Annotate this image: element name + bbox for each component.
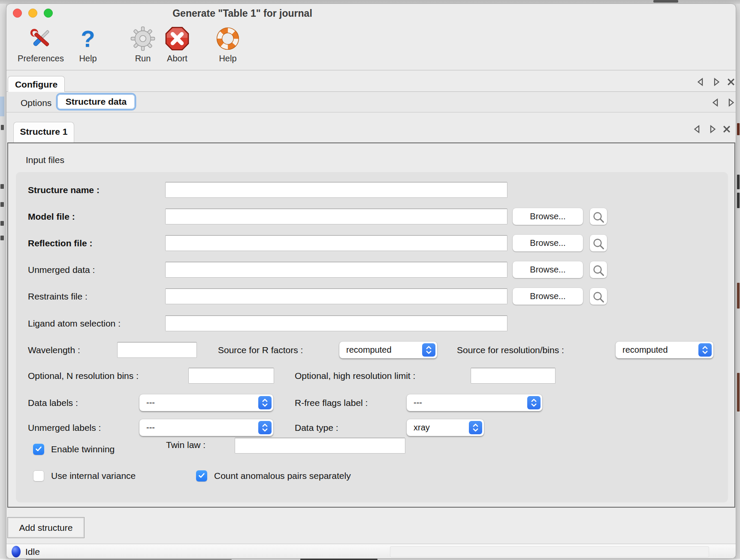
structure-tab-close-button[interactable] bbox=[721, 124, 732, 134]
question-mark-icon: ? bbox=[76, 26, 100, 51]
updown-chevron-icon bbox=[258, 421, 272, 434]
background-window-fragment bbox=[737, 283, 740, 309]
help2-label: Help bbox=[210, 54, 246, 64]
tab-structure-1[interactable]: Structure 1 bbox=[13, 122, 74, 142]
source-resolution-bins-dropdown[interactable]: recomputed bbox=[616, 342, 713, 358]
tab-close-button[interactable] bbox=[725, 77, 736, 87]
run-button[interactable]: Run bbox=[127, 26, 159, 64]
background-window-fragment bbox=[737, 373, 740, 412]
restraints-file-label: Restraints file : bbox=[28, 291, 88, 302]
unmerged-labels-dropdown[interactable]: --- bbox=[139, 419, 273, 436]
title-bar: Generate "Table 1" for journal bbox=[6, 4, 736, 23]
background-window-fragment bbox=[0, 236, 4, 240]
source-r-factors-dropdown[interactable]: recomputed bbox=[339, 342, 437, 358]
data-labels-dropdown[interactable]: --- bbox=[139, 394, 273, 411]
help-button[interactable]: ? Help bbox=[72, 26, 104, 64]
source-resolution-bins-value: recomputed bbox=[622, 345, 668, 354]
lifebuoy-icon bbox=[215, 26, 240, 51]
unmerged-data-browse-button[interactable]: Browse... bbox=[513, 261, 583, 278]
reflection-file-browse-button[interactable]: Browse... bbox=[513, 235, 583, 251]
help-button-2[interactable]: Help bbox=[210, 26, 246, 64]
updown-chevron-icon bbox=[698, 343, 712, 357]
twin-law-input[interactable] bbox=[235, 438, 405, 454]
data-type-dropdown[interactable]: xray bbox=[407, 419, 484, 436]
subtab-scroll-right-button[interactable] bbox=[725, 98, 736, 107]
tab-configure[interactable]: Configure bbox=[8, 76, 65, 92]
restraints-file-search-button[interactable] bbox=[590, 288, 607, 305]
background-window-fragment bbox=[0, 97, 4, 116]
use-internal-variance-checkbox[interactable] bbox=[33, 470, 44, 481]
background-window-fragment bbox=[737, 175, 740, 189]
rfree-flags-dropdown[interactable]: --- bbox=[407, 394, 542, 411]
preferences-label: Preferences bbox=[14, 54, 67, 64]
count-anomalous-checkbox[interactable] bbox=[196, 470, 207, 481]
structure-name-input[interactable] bbox=[165, 182, 507, 198]
add-structure-button[interactable]: Add structure bbox=[7, 517, 85, 538]
rfree-flags-label: R-free flags label : bbox=[295, 397, 368, 409]
help-label: Help bbox=[72, 54, 104, 64]
tab-structure-data[interactable]: Structure data bbox=[57, 94, 135, 109]
checkmark-icon bbox=[198, 472, 205, 478]
structure-name-label: Structure name : bbox=[28, 185, 100, 196]
data-type-label: Data type : bbox=[295, 422, 338, 433]
tab-scroll-right-button[interactable] bbox=[711, 77, 722, 87]
subtab-row: Options Structure data bbox=[6, 92, 736, 112]
background-window-fragment bbox=[653, 0, 678, 3]
reflection-file-search-button[interactable] bbox=[590, 235, 607, 251]
n-resolution-bins-input[interactable] bbox=[188, 368, 274, 384]
data-labels-value: --- bbox=[146, 398, 155, 407]
ligand-atom-selection-input[interactable] bbox=[165, 315, 507, 331]
unmerged-labels-value: --- bbox=[146, 423, 155, 432]
restraints-file-input[interactable] bbox=[165, 288, 507, 304]
enable-twinning-checkbox[interactable] bbox=[33, 444, 44, 455]
abort-icon bbox=[165, 26, 190, 51]
app-window: Generate "Table 1" for journal Preferenc… bbox=[6, 3, 736, 559]
tab-scroll-left-button[interactable] bbox=[695, 77, 706, 87]
updown-chevron-icon bbox=[469, 421, 482, 434]
source-resolution-bins-label: Source for resolution/bins : bbox=[457, 345, 564, 356]
source-r-factors-value: recomputed bbox=[346, 345, 392, 354]
background-window-left-sliver bbox=[0, 4, 6, 559]
run-label: Run bbox=[127, 54, 159, 64]
model-file-search-button[interactable] bbox=[590, 208, 607, 225]
model-file-input[interactable] bbox=[165, 209, 507, 224]
status-bar: Idle bbox=[6, 544, 736, 559]
unmerged-data-input[interactable] bbox=[165, 262, 507, 278]
window-title: Generate "Table 1" for journal bbox=[6, 8, 478, 19]
data-labels-label: Data labels : bbox=[28, 397, 78, 409]
unmerged-data-search-button[interactable] bbox=[590, 261, 607, 278]
high-resolution-limit-label: Optional, high resolution limit : bbox=[295, 370, 415, 381]
wavelength-input[interactable] bbox=[117, 342, 197, 358]
background-window-right-sliver bbox=[736, 4, 740, 559]
toolbar: Preferences ? Help bbox=[6, 23, 736, 70]
background-window-fragment bbox=[737, 123, 740, 135]
restraints-file-browse-button[interactable]: Browse... bbox=[513, 288, 583, 305]
structure-tab-scroll-right-button[interactable] bbox=[707, 124, 718, 134]
abort-label: Abort bbox=[159, 54, 195, 64]
tab-options[interactable]: Options bbox=[15, 95, 57, 111]
unmerged-data-label: Unmerged data : bbox=[28, 264, 95, 275]
magnifier-icon bbox=[592, 210, 605, 224]
magnifier-icon bbox=[592, 237, 605, 251]
background-window-fragment bbox=[0, 221, 4, 226]
high-resolution-limit-input[interactable] bbox=[471, 368, 556, 384]
count-anomalous-label: Count anomalous pairs separately bbox=[214, 470, 351, 481]
structure-tab-scroll-left-button[interactable] bbox=[692, 124, 703, 134]
background-window-fragment bbox=[0, 202, 4, 207]
reflection-file-input[interactable] bbox=[165, 235, 507, 251]
updown-chevron-icon bbox=[422, 343, 435, 357]
background-window-fragment bbox=[1, 125, 4, 130]
source-r-factors-label: Source for R factors : bbox=[218, 345, 303, 356]
checkmark-icon bbox=[35, 446, 42, 452]
abort-button[interactable]: Abort bbox=[159, 26, 195, 64]
status-text: Idle bbox=[25, 547, 40, 557]
input-files-label: Input files bbox=[26, 155, 64, 165]
n-resolution-bins-label: Optional, N resolution bins : bbox=[28, 370, 139, 381]
status-sphere-icon bbox=[12, 546, 21, 557]
reflection-file-label: Reflection file : bbox=[28, 238, 93, 249]
updown-chevron-icon bbox=[258, 396, 272, 409]
preferences-button[interactable]: Preferences bbox=[14, 26, 67, 64]
subtab-scroll-left-button[interactable] bbox=[710, 98, 721, 107]
data-type-value: xray bbox=[414, 423, 430, 432]
model-file-browse-button[interactable]: Browse... bbox=[513, 208, 583, 225]
